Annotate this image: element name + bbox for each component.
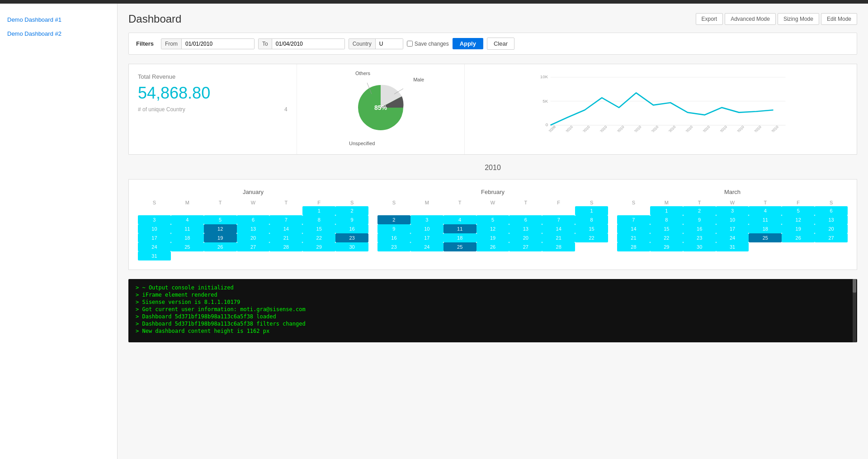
kpi-sub-value: 4	[284, 106, 288, 113]
pie-label-unspecified: Unspecified	[349, 141, 375, 146]
svg-text:5K: 5K	[543, 99, 548, 104]
svg-text:02 2010: 02 2010	[579, 125, 591, 132]
console-line: > ~ Output console initialized	[136, 284, 850, 291]
from-label: From	[161, 39, 182, 49]
from-filter-group: From	[161, 38, 255, 49]
kpi-widget: Total Revenue 54,868.80 # of unique Coun…	[129, 64, 297, 154]
apply-button[interactable]: Apply	[453, 38, 483, 49]
svg-text:85%: 85%	[374, 104, 387, 111]
pie-label-others: Others	[355, 71, 370, 76]
country-filter-group: Country	[349, 38, 403, 49]
february-grid: S M T W T F S 1 2	[377, 199, 608, 255]
march-title: March	[617, 189, 848, 195]
svg-text:09 2010: 09 2010	[698, 125, 711, 132]
march-calendar: March S M T W T F S 1 2 3 4 5	[617, 189, 848, 260]
svg-text:10K: 10K	[540, 74, 548, 79]
save-changes-label: Save changes	[415, 41, 449, 47]
january-grid: S M T W T F S 1 2 3	[138, 199, 368, 260]
february-calendar: February S M T W T F S	[377, 189, 608, 260]
edit-mode-button[interactable]: Edit Mode	[821, 13, 857, 25]
filters-row: Filters From To Country Save changes App…	[128, 33, 857, 55]
advanced-mode-button[interactable]: Advanced Mode	[725, 13, 776, 25]
january-calendar: January S M T W T F S 1	[138, 189, 368, 260]
pie-widget: Others 85% Ma	[297, 64, 465, 154]
year-header: 2010	[128, 164, 857, 172]
svg-text:0: 0	[546, 122, 548, 127]
svg-text:06 2010: 06 2010	[647, 125, 660, 132]
kpi-value: 54,868.80	[138, 84, 288, 103]
svg-text:10 2010: 10 2010	[716, 125, 728, 132]
console-line: > Got current user information: moti.gra…	[136, 306, 850, 312]
svg-text:13 2010: 13 2010	[767, 125, 779, 132]
calendars-row: January S M T W T F S 1	[128, 179, 857, 270]
line-chart-svg: 10K 5K 0 S3 2009 01 2010 02 2010 03 2010…	[474, 73, 848, 132]
widgets-row: Total Revenue 54,868.80 # of unique Coun…	[128, 64, 857, 155]
january-title: January	[138, 189, 368, 195]
svg-text:08 2010: 08 2010	[681, 125, 693, 132]
page-title: Dashboard	[128, 13, 181, 25]
console-scrollbar[interactable]	[853, 279, 856, 342]
console-line: > iFrame element rendered	[136, 292, 850, 298]
main-content: Dashboard Export Advanced Mode Sizing Mo…	[118, 4, 868, 459]
svg-text:05 2010: 05 2010	[630, 125, 642, 132]
kpi-title: Total Revenue	[138, 73, 288, 80]
line-chart-widget: 10K 5K 0 S3 2009 01 2010 02 2010 03 2010…	[465, 64, 857, 154]
to-filter-group: To	[258, 38, 345, 49]
svg-text:01 2010: 01 2010	[561, 125, 574, 132]
february-title: February	[377, 189, 608, 195]
from-input[interactable]	[182, 39, 254, 49]
to-input[interactable]	[272, 39, 344, 49]
export-button[interactable]: Export	[696, 13, 723, 25]
sizing-mode-button[interactable]: Sizing Mode	[778, 13, 819, 25]
save-changes-checkbox[interactable]	[407, 41, 413, 47]
console-line: > Dashboard 5d371bf198b98a113c6a5f38 fil…	[136, 321, 850, 327]
topbar	[0, 0, 868, 4]
kpi-sub-label: # of unique Country	[138, 106, 185, 113]
sidebar-item-demo2[interactable]: Demo Dashboard #2	[0, 27, 117, 41]
kpi-sub: # of unique Country 4	[138, 106, 288, 113]
filters-label: Filters	[136, 40, 154, 47]
sidebar: Demo Dashboard #1 Demo Dashboard #2	[0, 4, 118, 459]
console-line: > Dashboard 5d371bf198b98a113c6a5f38 loa…	[136, 313, 850, 320]
to-label: To	[259, 39, 272, 49]
pie-label-male: Male	[413, 77, 424, 82]
svg-text:03 2010: 03 2010	[596, 125, 608, 132]
country-input[interactable]	[376, 39, 403, 49]
console-area: > ~ Output console initialized> iFrame e…	[128, 279, 857, 342]
svg-text:07 2010: 07 2010	[665, 125, 677, 132]
clear-button[interactable]: Clear	[487, 38, 514, 50]
sidebar-item-demo1[interactable]: Demo Dashboard #1	[0, 13, 117, 27]
console-line: > Sisense version is 8.1.1.10179	[136, 299, 850, 305]
header-buttons: Export Advanced Mode Sizing Mode Edit Mo…	[696, 13, 858, 25]
scrollbar-thumb[interactable]	[853, 279, 856, 293]
svg-text:04 2010: 04 2010	[613, 125, 625, 132]
country-label: Country	[349, 39, 376, 49]
svg-text:12 2010: 12 2010	[750, 125, 762, 132]
save-changes-group: Save changes	[407, 41, 449, 47]
pie-chart-svg: 85%	[354, 80, 408, 135]
header-row: Dashboard Export Advanced Mode Sizing Mo…	[128, 13, 857, 25]
svg-text:11 2010: 11 2010	[733, 125, 745, 132]
console-line: > New dashboard content height is 1162 p…	[136, 328, 850, 334]
march-grid: S M T W T F S 1 2 3 4 5 6	[617, 199, 848, 255]
